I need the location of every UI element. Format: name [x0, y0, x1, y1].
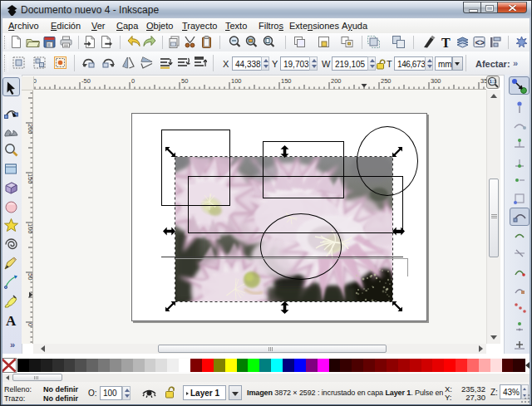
- svg-text:150: 150: [27, 174, 33, 184]
- svg-text:-50: -50: [81, 77, 91, 85]
- svg-text:50: 50: [27, 273, 33, 280]
- svg-text:50: 50: [181, 77, 188, 85]
- svg-text:T: T: [441, 36, 451, 50]
- svg-text:1:1: 1:1: [490, 79, 497, 84]
- svg-text:100: 100: [231, 77, 242, 85]
- svg-text:<>: <>: [475, 38, 485, 47]
- svg-text:200: 200: [27, 124, 33, 135]
- svg-text:0: 0: [27, 323, 33, 326]
- svg-text:A: A: [6, 313, 17, 328]
- svg-text:250: 250: [381, 77, 392, 85]
- svg-text:350: 350: [480, 77, 486, 85]
- svg-text:0: 0: [131, 77, 135, 85]
- svg-text:100: 100: [27, 223, 33, 234]
- svg-text:200: 200: [331, 77, 342, 85]
- svg-text:150: 150: [281, 77, 292, 85]
- svg-text:300: 300: [431, 77, 441, 85]
